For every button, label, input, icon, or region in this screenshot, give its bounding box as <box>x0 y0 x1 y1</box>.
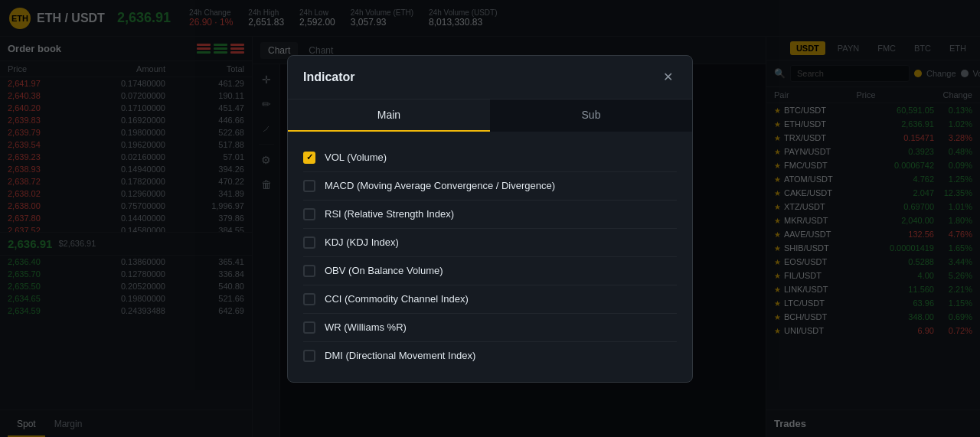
indicator-checkbox[interactable] <box>303 321 315 334</box>
modal-close-button[interactable]: ✕ <box>658 68 677 86</box>
indicator-item[interactable]: RSI (Relative Strength Index) <box>303 201 677 229</box>
indicator-label: VOL (Volume) <box>325 152 387 163</box>
indicator-checkbox[interactable] <box>303 208 315 220</box>
modal-overlay[interactable]: Indicator ✕ Main Sub VOL (Volume) MACD (… <box>0 0 980 437</box>
indicator-item[interactable]: OBV (On Balance Volume) <box>303 257 677 285</box>
indicator-item[interactable]: CCI (Commodity Channel Index) <box>303 285 677 314</box>
modal-header: Indicator ✕ <box>288 56 692 99</box>
indicator-item[interactable]: WR (Williams %R) <box>303 314 677 342</box>
indicator-checkbox[interactable] <box>303 350 315 362</box>
indicator-checkbox[interactable] <box>303 152 315 164</box>
indicator-label: MACD (Moving Average Convergence / Diver… <box>325 180 555 191</box>
indicator-item[interactable]: KDJ (KDJ Index) <box>303 229 677 257</box>
indicator-checkbox[interactable] <box>303 180 315 192</box>
modal-tab-main[interactable]: Main <box>288 99 490 132</box>
indicator-label: KDJ (KDJ Index) <box>325 236 399 248</box>
indicator-label: RSI (Relative Strength Index) <box>325 208 454 220</box>
modal-tabs: Main Sub <box>288 99 692 132</box>
indicator-label: WR (Williams %R) <box>325 321 407 333</box>
indicator-checkbox[interactable] <box>303 236 315 249</box>
indicator-checkbox[interactable] <box>303 265 315 277</box>
indicator-checkbox[interactable] <box>303 293 315 305</box>
indicator-item[interactable]: DMI (Directional Movement Index) <box>303 342 677 370</box>
indicator-modal: Indicator ✕ Main Sub VOL (Volume) MACD (… <box>287 55 693 383</box>
modal-body: VOL (Volume) MACD (Moving Average Conver… <box>288 132 692 382</box>
modal-title: Indicator <box>303 70 355 84</box>
indicator-label: OBV (On Balance Volume) <box>325 265 443 276</box>
indicator-label: DMI (Directional Movement Index) <box>325 350 475 361</box>
indicator-label: CCI (Commodity Channel Index) <box>325 293 469 305</box>
indicator-item[interactable]: VOL (Volume) <box>303 144 677 172</box>
indicator-item[interactable]: MACD (Moving Average Convergence / Diver… <box>303 172 677 201</box>
modal-tab-sub[interactable]: Sub <box>490 99 692 132</box>
